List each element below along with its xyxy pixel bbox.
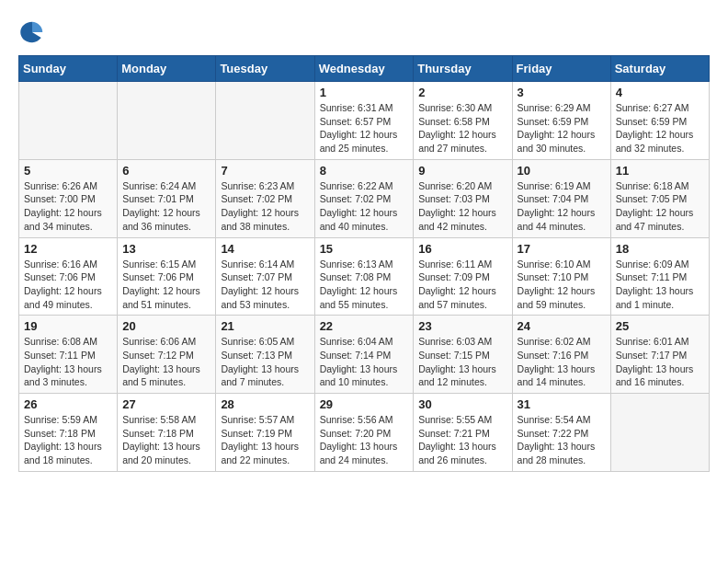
day-info: Sunrise: 6:18 AM Sunset: 7:05 PM Dayligh… [616, 179, 704, 234]
calendar-cell: 30Sunrise: 5:55 AM Sunset: 7:21 PM Dayli… [414, 394, 512, 472]
day-info: Sunrise: 6:08 AM Sunset: 7:11 PM Dayligh… [24, 335, 112, 389]
calendar-cell: 19Sunrise: 6:08 AM Sunset: 7:11 PM Dayli… [19, 316, 118, 394]
day-info: Sunrise: 5:57 AM Sunset: 7:19 PM Dayligh… [221, 413, 309, 467]
calendar-week-row: 1Sunrise: 6:31 AM Sunset: 6:57 PM Daylig… [19, 82, 710, 160]
day-number: 5 [24, 164, 112, 178]
day-number: 17 [518, 242, 606, 256]
day-number: 28 [221, 397, 309, 411]
day-number: 8 [320, 164, 409, 178]
day-info: Sunrise: 5:54 AM Sunset: 7:22 PM Dayligh… [518, 413, 606, 467]
calendar-cell: 10Sunrise: 6:19 AM Sunset: 7:04 PM Dayli… [512, 159, 610, 237]
calendar-week-row: 5Sunrise: 6:26 AM Sunset: 7:00 PM Daylig… [19, 159, 710, 237]
day-number: 11 [616, 164, 704, 178]
day-info: Sunrise: 6:05 AM Sunset: 7:13 PM Dayligh… [221, 335, 309, 389]
day-number: 18 [616, 242, 704, 256]
day-number: 30 [418, 397, 506, 411]
calendar-cell: 12Sunrise: 6:16 AM Sunset: 7:06 PM Dayli… [19, 237, 118, 316]
day-info: Sunrise: 5:56 AM Sunset: 7:20 PM Dayligh… [320, 413, 409, 467]
calendar-week-row: 26Sunrise: 5:59 AM Sunset: 7:18 PM Dayli… [19, 394, 710, 472]
day-number: 20 [122, 319, 210, 333]
day-number: 16 [418, 242, 506, 256]
day-number: 1 [320, 86, 409, 99]
day-info: Sunrise: 6:19 AM Sunset: 7:04 PM Dayligh… [518, 179, 606, 234]
day-info: Sunrise: 6:14 AM Sunset: 7:07 PM Dayligh… [221, 258, 309, 312]
day-info: Sunrise: 6:11 AM Sunset: 7:09 PM Dayligh… [418, 258, 506, 312]
calendar-cell: 6Sunrise: 6:24 AM Sunset: 7:01 PM Daylig… [118, 159, 216, 237]
day-info: Sunrise: 6:31 AM Sunset: 6:57 PM Dayligh… [320, 101, 409, 155]
day-info: Sunrise: 5:59 AM Sunset: 7:18 PM Dayligh… [24, 413, 112, 467]
day-number: 25 [616, 319, 704, 333]
col-header-thursday: Thursday [414, 56, 512, 82]
day-number: 29 [320, 397, 409, 411]
day-info: Sunrise: 6:22 AM Sunset: 7:02 PM Dayligh… [320, 179, 409, 234]
calendar-cell: 15Sunrise: 6:13 AM Sunset: 7:08 PM Dayli… [314, 237, 414, 316]
calendar-cell: 20Sunrise: 6:06 AM Sunset: 7:12 PM Dayli… [118, 316, 216, 394]
day-info: Sunrise: 5:55 AM Sunset: 7:21 PM Dayligh… [418, 413, 506, 467]
day-number: 3 [518, 86, 606, 99]
day-info: Sunrise: 6:02 AM Sunset: 7:16 PM Dayligh… [518, 335, 606, 389]
day-info: Sunrise: 6:06 AM Sunset: 7:12 PM Dayligh… [122, 335, 210, 389]
calendar-cell: 14Sunrise: 6:14 AM Sunset: 7:07 PM Dayli… [216, 237, 314, 316]
col-header-wednesday: Wednesday [314, 56, 414, 82]
day-number: 6 [122, 164, 210, 178]
calendar-header-row: SundayMondayTuesdayWednesdayThursdayFrid… [19, 56, 710, 82]
day-number: 12 [24, 242, 112, 256]
calendar-cell: 4Sunrise: 6:27 AM Sunset: 6:59 PM Daylig… [610, 82, 709, 160]
calendar-cell: 26Sunrise: 5:59 AM Sunset: 7:18 PM Dayli… [19, 394, 118, 472]
day-number: 27 [122, 397, 210, 411]
day-number: 13 [122, 242, 210, 256]
day-info: Sunrise: 6:30 AM Sunset: 6:58 PM Dayligh… [418, 101, 506, 155]
day-info: Sunrise: 6:01 AM Sunset: 7:17 PM Dayligh… [616, 335, 704, 389]
col-header-tuesday: Tuesday [216, 56, 314, 82]
col-header-friday: Friday [512, 56, 610, 82]
calendar-cell: 21Sunrise: 6:05 AM Sunset: 7:13 PM Dayli… [216, 316, 314, 394]
day-number: 22 [320, 319, 409, 333]
calendar-cell: 9Sunrise: 6:20 AM Sunset: 7:03 PM Daylig… [414, 159, 512, 237]
day-number: 24 [518, 319, 606, 333]
calendar-cell [19, 82, 118, 160]
day-info: Sunrise: 6:03 AM Sunset: 7:15 PM Dayligh… [418, 335, 506, 389]
calendar-cell: 1Sunrise: 6:31 AM Sunset: 6:57 PM Daylig… [314, 82, 414, 160]
day-info: Sunrise: 6:23 AM Sunset: 7:02 PM Dayligh… [221, 179, 309, 234]
logo-icon [18, 18, 46, 46]
calendar-cell [610, 394, 709, 472]
day-info: Sunrise: 6:26 AM Sunset: 7:00 PM Dayligh… [24, 179, 112, 234]
calendar-cell: 17Sunrise: 6:10 AM Sunset: 7:10 PM Dayli… [512, 237, 610, 316]
header [18, 18, 710, 46]
calendar-week-row: 19Sunrise: 6:08 AM Sunset: 7:11 PM Dayli… [19, 316, 710, 394]
calendar-cell: 24Sunrise: 6:02 AM Sunset: 7:16 PM Dayli… [512, 316, 610, 394]
day-number: 7 [221, 164, 309, 178]
day-number: 23 [418, 319, 506, 333]
day-info: Sunrise: 6:20 AM Sunset: 7:03 PM Dayligh… [418, 179, 506, 234]
calendar-cell [216, 82, 314, 160]
day-info: Sunrise: 6:10 AM Sunset: 7:10 PM Dayligh… [518, 258, 606, 312]
calendar-cell: 3Sunrise: 6:29 AM Sunset: 6:59 PM Daylig… [512, 82, 610, 160]
calendar-cell: 18Sunrise: 6:09 AM Sunset: 7:11 PM Dayli… [610, 237, 709, 316]
calendar-cell: 8Sunrise: 6:22 AM Sunset: 7:02 PM Daylig… [314, 159, 414, 237]
col-header-monday: Monday [118, 56, 216, 82]
col-header-sunday: Sunday [19, 56, 118, 82]
calendar-cell: 7Sunrise: 6:23 AM Sunset: 7:02 PM Daylig… [216, 159, 314, 237]
calendar-cell: 13Sunrise: 6:15 AM Sunset: 7:06 PM Dayli… [118, 237, 216, 316]
day-number: 9 [418, 164, 506, 178]
calendar-table: SundayMondayTuesdayWednesdayThursdayFrid… [18, 55, 710, 472]
day-info: Sunrise: 6:13 AM Sunset: 7:08 PM Dayligh… [320, 258, 409, 312]
day-info: Sunrise: 6:15 AM Sunset: 7:06 PM Dayligh… [122, 258, 210, 312]
calendar-cell: 29Sunrise: 5:56 AM Sunset: 7:20 PM Dayli… [314, 394, 414, 472]
calendar-cell: 23Sunrise: 6:03 AM Sunset: 7:15 PM Dayli… [414, 316, 512, 394]
calendar-cell [118, 82, 216, 160]
calendar-week-row: 12Sunrise: 6:16 AM Sunset: 7:06 PM Dayli… [19, 237, 710, 316]
day-number: 31 [518, 397, 606, 411]
day-number: 26 [24, 397, 112, 411]
calendar-cell: 27Sunrise: 5:58 AM Sunset: 7:18 PM Dayli… [118, 394, 216, 472]
day-number: 19 [24, 319, 112, 333]
logo [18, 18, 50, 46]
calendar-cell: 28Sunrise: 5:57 AM Sunset: 7:19 PM Dayli… [216, 394, 314, 472]
day-number: 10 [518, 164, 606, 178]
day-info: Sunrise: 6:27 AM Sunset: 6:59 PM Dayligh… [616, 101, 704, 155]
day-info: Sunrise: 6:09 AM Sunset: 7:11 PM Dayligh… [616, 258, 704, 312]
day-info: Sunrise: 6:24 AM Sunset: 7:01 PM Dayligh… [122, 179, 210, 234]
col-header-saturday: Saturday [610, 56, 709, 82]
calendar-cell: 2Sunrise: 6:30 AM Sunset: 6:58 PM Daylig… [414, 82, 512, 160]
calendar-cell: 31Sunrise: 5:54 AM Sunset: 7:22 PM Dayli… [512, 394, 610, 472]
